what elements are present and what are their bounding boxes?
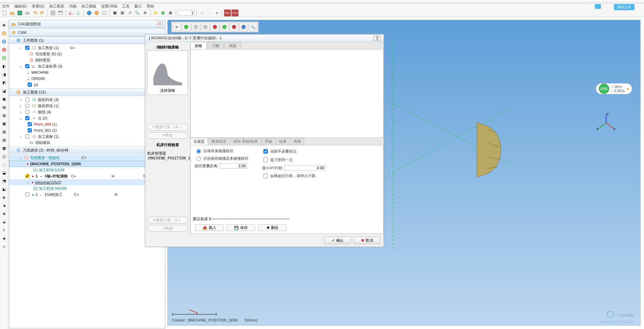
tree-surf-list[interactable]: ›曲面列表 (3) xyxy=(9,97,165,103)
vt-cube22-icon[interactable]: ⬗ xyxy=(1,202,8,209)
shrink-input[interactable] xyxy=(285,165,326,171)
axis2-icon[interactable] xyxy=(75,10,82,16)
axis1-icon[interactable] xyxy=(68,10,74,16)
vp-view5-icon[interactable] xyxy=(220,23,229,31)
cloud-icon[interactable] xyxy=(595,4,601,9)
tree-stock-init[interactable]: ⌄毛坯图形 - 初始化C+ xyxy=(9,155,165,161)
vt-cube17-icon[interactable]: ⬚ xyxy=(1,161,8,168)
save-icon[interactable] xyxy=(16,10,23,16)
chk-remove-pts[interactable] xyxy=(263,149,268,154)
axis-gizmo[interactable]: zxy xyxy=(596,112,616,133)
tree-p1[interactable]: p1 xyxy=(9,82,165,88)
tab-end[interactable]: 结束 xyxy=(276,138,290,145)
vt-cube15-icon[interactable]: ▩ xyxy=(1,145,8,152)
vt-move-icon[interactable]: ✥ xyxy=(1,22,8,29)
undo-icon[interactable] xyxy=(31,10,38,16)
print-icon[interactable] xyxy=(24,10,31,16)
chk-machining-fig[interactable] xyxy=(25,46,29,50)
vt-cube21-icon[interactable]: ⬖ xyxy=(1,194,8,201)
sax-icon[interactable]: SAX xyxy=(232,10,238,16)
vt-cube6-icon[interactable]: ◨ xyxy=(1,71,8,78)
vt-cube18-icon[interactable]: ⬓ xyxy=(1,169,8,176)
vt-cube5-icon[interactable]: ◧ xyxy=(1,63,8,70)
menu-settings[interactable]: 设置/详细 xyxy=(101,4,117,9)
recalc-a-button[interactable]: ⟳重新计算 （A-） xyxy=(147,124,188,131)
delete-button[interactable]: ✖ 删除 xyxy=(258,224,287,231)
menu-feature[interactable]: 功能 xyxy=(69,4,77,9)
release-button-1[interactable]: ✕释放 xyxy=(147,132,188,139)
menu-cad[interactable]: 加工图形 xyxy=(49,4,64,9)
tree-surf-group[interactable]: ›曲面群组 (1) xyxy=(9,103,165,109)
vt-cube25-icon[interactable]: ◊ xyxy=(1,227,8,233)
new-icon[interactable] xyxy=(1,10,8,16)
box-icon[interactable] xyxy=(101,10,108,16)
tree-tp1[interactable]: ●1 - 5轴-叶轮清根C+H球头刀 xyxy=(9,173,165,179)
chk-stop-over[interactable] xyxy=(263,174,268,178)
zoom-fit-icon[interactable]: ⤢ xyxy=(126,10,133,16)
tree-tp2[interactable]: ●2 - ISO精加工C+H球头刀 xyxy=(9,191,165,198)
overlap-input[interactable] xyxy=(220,163,247,169)
vp-view1-icon[interactable] xyxy=(182,23,191,31)
tree-machine[interactable]: ⊥MACHINE xyxy=(9,69,165,75)
menu-template[interactable]: 加工模板 xyxy=(81,4,96,9)
strategy-picker[interactable]: 选择策略 xyxy=(147,51,188,95)
plus-icon[interactable]: + xyxy=(214,10,220,16)
vp-view7-icon[interactable] xyxy=(239,23,248,31)
vt-cube20-icon[interactable]: ⬕ xyxy=(1,186,8,192)
ok-button[interactable]: ✔确认 xyxy=(324,237,351,244)
vt-cube9-icon[interactable]: ▣ xyxy=(1,96,8,102)
vt-cube11-icon[interactable]: ▥ xyxy=(1,112,8,119)
vp-menu-icon[interactable]: ≡ xyxy=(172,23,181,31)
dialog-close-icon[interactable]: ╳ xyxy=(373,35,381,41)
chk-coord[interactable] xyxy=(25,64,29,68)
tree-cut-sim[interactable]: 切削模拟 xyxy=(9,140,165,146)
vt-cube13-icon[interactable]: ▧ xyxy=(1,128,8,135)
dot-icon[interactable]: · xyxy=(206,10,213,16)
zoom-in-icon[interactable]: 🔍 xyxy=(134,10,141,16)
tab-extra[interactable]: 附加设定 xyxy=(208,138,230,145)
vt-cube3-icon[interactable] xyxy=(1,46,8,53)
tree-curve[interactable]: ›曲线 (4) xyxy=(9,109,165,115)
vt-cube23-icon[interactable]: ⬘ xyxy=(1,210,8,217)
release-button-2[interactable]: ✕释放 xyxy=(147,225,188,232)
vt-cube27-icon[interactable]: ◇ xyxy=(1,243,8,250)
vt-cube8-icon[interactable]: ◪ xyxy=(1,87,8,94)
vp-view4-icon[interactable] xyxy=(210,23,219,31)
save-button[interactable]: 💾 保存 xyxy=(227,224,255,231)
tree-stock[interactable]: 毛坯图形 3D (2) xyxy=(9,51,165,57)
menubar[interactable]: 文件 编辑(E) 查看(D) 加工图形 功能 加工模板 设置/详细 工具 窗口 … xyxy=(0,3,644,9)
panel-close-icon[interactable]: × xyxy=(157,21,163,27)
upload-button[interactable]: 抓拍上传 xyxy=(614,4,634,10)
tree-point[interactable]: ⌄点 (2) xyxy=(9,115,165,121)
vt-cube26-icon[interactable]: ◈ xyxy=(1,235,8,242)
vt-cube16-icon[interactable]: ◫ xyxy=(1,153,8,160)
radio-split[interactable] xyxy=(196,157,201,161)
vt-cube4-icon[interactable] xyxy=(1,55,8,61)
tab-main[interactable]: 主设定 xyxy=(190,138,208,145)
redo-icon[interactable] xyxy=(39,10,46,16)
menu-window[interactable]: 窗口 xyxy=(134,4,142,9)
recalc-5-button[interactable]: ⟳重新计算 （5-） xyxy=(147,217,188,224)
tree-minumac[interactable]: ⌄●minumacV2[p1] xyxy=(9,179,165,185)
chk-lift-same[interactable] xyxy=(263,158,268,162)
vp-zoom-icon[interactable]: 🔍 xyxy=(249,23,258,31)
globe-icon[interactable] xyxy=(86,10,93,16)
vt-cube2-icon[interactable] xyxy=(1,38,8,45)
radio-keep[interactable] xyxy=(196,149,201,154)
vt-cube7-icon[interactable]: ◩ xyxy=(1,79,8,86)
cube-icon[interactable] xyxy=(93,10,100,16)
zoom-out-icon[interactable]: ⊖ xyxy=(141,10,148,16)
tree-remain[interactable]: 残料图形 xyxy=(9,57,165,63)
render2-icon[interactable] xyxy=(160,10,166,16)
tab-holder[interactable]: 刀柄 xyxy=(207,42,224,49)
vt-cube14-icon[interactable]: ▨ xyxy=(1,137,8,143)
tab-adv-top[interactable]: 高级 xyxy=(224,42,241,49)
vt-cube10-icon[interactable]: ▤ xyxy=(1,104,8,111)
chk-p1[interactable] xyxy=(28,83,32,87)
open-icon[interactable] xyxy=(9,10,16,16)
tree-pt0[interactable]: Point_000 (1) xyxy=(9,121,165,127)
tab-start[interactable]: 开始 xyxy=(262,138,275,145)
tab-strategy[interactable]: 策略 xyxy=(190,42,207,49)
tree-mpos[interactable]: ●[MACHINE_POSITION_1]000 xyxy=(9,161,165,167)
dialog-titlebar[interactable]: ❙ WORKNC自动5轴 - E:\7-普通叶轮编程\ - 1 ╳ xyxy=(145,34,384,42)
